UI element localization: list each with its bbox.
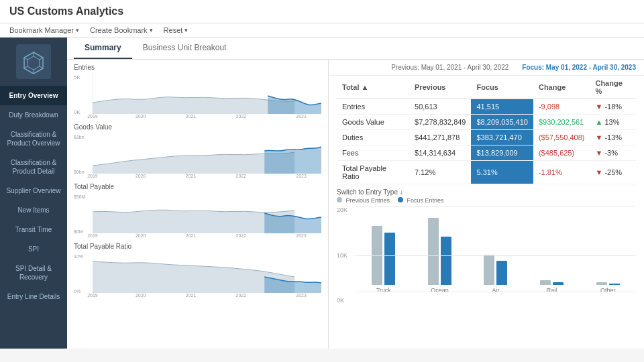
change-pct-value: ▲ 13% [590, 115, 636, 130]
arrow-up-icon: ▲ [595, 118, 602, 126]
arrow-down-icon: ▼ [595, 133, 602, 141]
bar-ocean-prev [428, 218, 439, 285]
create-bookmark-button[interactable]: Create Bookmark ▾ [90, 26, 153, 34]
bar-chart-section: Switch to Entry Type ↓ Previous Entries … [329, 184, 644, 349]
change-value: -1.81% [533, 161, 590, 184]
total-payable-chart-section: Total Payable $50M $0M 2019 2020 2021 [74, 183, 321, 237]
change-value: ($485,625) [533, 145, 590, 161]
metric-label: Fees [337, 145, 409, 161]
table-row: Entries 50,613 41,515 -9,098 ▼ -18% [337, 99, 636, 115]
chevron-down-icon: ▾ [76, 27, 79, 34]
sidebar-item-spi-detail-recovery[interactable]: SPI Detail & Recovery [0, 259, 67, 287]
svg-text:2022: 2022 [236, 293, 247, 297]
svg-text:2019: 2019 [87, 293, 98, 297]
legend-dot-focus [398, 197, 403, 202]
arrow-down-icon: ▼ [595, 168, 602, 176]
table-row: Duties $441,271,878 $383,721,470 ($57,55… [337, 130, 636, 145]
previous-value: $441,271,878 [409, 130, 471, 145]
svg-text:2023: 2023 [296, 233, 307, 237]
main-layout: Entry Overview Duty Breakdown Classifica… [0, 38, 644, 349]
content-area: Summary Business Unit Breakout Entries 5… [67, 38, 644, 349]
metric-label: Total Payable Ratio [337, 161, 409, 184]
sidebar-item-classification-product-overview[interactable]: Classification & Product Overview [0, 125, 67, 153]
col-header-focus: Focus [471, 76, 533, 99]
bar-chart-legend: Previous Entries Focus Entries [337, 197, 636, 204]
bar-ocean-focus [441, 237, 451, 285]
bar-chart-title: Switch to Entry Type ↓ [337, 188, 636, 196]
change-value: -9,098 [533, 99, 590, 115]
col-header-total: Total ▲ [337, 76, 409, 99]
svg-text:10%: 10% [74, 254, 83, 259]
legend-focus: Focus Entries [398, 197, 444, 204]
reset-button[interactable]: Reset ▾ [164, 26, 189, 34]
previous-date-range: Previous: May 01, 2021 - April 30, 2022 [391, 64, 508, 71]
svg-text:2021: 2021 [186, 233, 197, 237]
col-header-change-pct: Change % [590, 76, 636, 99]
previous-value: $14,314,634 [409, 145, 471, 161]
bar-rail-focus [553, 282, 564, 285]
sidebar-item-spi[interactable]: SPI [0, 239, 67, 259]
svg-text:2023: 2023 [296, 174, 307, 178]
tab-business-unit-breakout[interactable]: Business Unit Breakout [132, 38, 237, 59]
grid-line-bottom [356, 292, 636, 292]
bar-label-air: Air [492, 287, 499, 294]
bar-other-focus [609, 284, 620, 285]
bar-group-ocean: Ocean [412, 211, 468, 294]
sidebar-item-new-items[interactable]: New Items [0, 200, 67, 220]
bar-truck-focus [384, 233, 395, 285]
total-payable-ratio-chart-title: Total Payable Ratio [74, 243, 321, 250]
grid-line-top [356, 206, 636, 207]
col-header-previous: Previous [409, 76, 471, 99]
legend-previous: Previous Entries [337, 197, 390, 204]
bar-air-prev [484, 255, 494, 285]
goods-value-chart-section: Goods Value $1bn $0bn 2019 2020 2021 [74, 123, 321, 178]
summary-table-wrap: Total ▲ Previous Focus Change Change % E… [329, 76, 644, 184]
svg-text:2022: 2022 [236, 174, 247, 178]
svg-text:2021: 2021 [186, 293, 197, 297]
focus-value: 41,515 [471, 99, 533, 115]
total-payable-ratio-chart-area: 10% 0% 2019 2020 2021 2022 2023 [74, 251, 321, 297]
entries-chart-section: Entries 5K 0K 2019 [74, 64, 321, 118]
tabs-row: Summary Business Unit Breakout [67, 38, 644, 60]
svg-text:2020: 2020 [136, 174, 146, 178]
toolbar: Bookmark Manager ▾ Create Bookmark ▾ Res… [0, 23, 644, 38]
svg-text:2022: 2022 [236, 233, 247, 237]
tab-summary[interactable]: Summary [74, 38, 132, 59]
sidebar-item-transit-time[interactable]: Transit Time [0, 220, 67, 239]
total-payable-chart-area: $50M $0M 2019 2020 2021 2022 2023 [74, 192, 321, 237]
change-pct-value: ▼ -3% [590, 145, 636, 161]
top-bar: US Customs Analytics [0, 0, 644, 23]
total-payable-chart-title: Total Payable [74, 183, 321, 190]
focus-value: $13,829,009 [471, 145, 533, 161]
table-row: Total Payable Ratio 7.12% 5.31% -1.81% ▼… [337, 161, 636, 184]
sidebar-item-classification-product-detail[interactable]: Classification & Product Detail [0, 153, 67, 181]
previous-value: $7,278,832,849 [409, 115, 471, 130]
focus-value: $8,209,035,410 [471, 115, 533, 130]
bookmark-manager-button[interactable]: Bookmark Manager ▾ [9, 26, 79, 34]
sidebar: Entry Overview Duty Breakdown Classifica… [0, 38, 67, 349]
bar-group-rail: Rail [524, 211, 580, 294]
sidebar-item-entry-overview[interactable]: Entry Overview [0, 86, 67, 105]
entries-chart-title: Entries [74, 64, 321, 71]
y-axis-labels: 20K 10K 0K [337, 206, 347, 304]
sidebar-item-supplier-overview[interactable]: Supplier Overview [0, 181, 67, 200]
change-pct-value: ▼ -13% [590, 130, 636, 145]
svg-text:$1bn: $1bn [74, 135, 85, 139]
split-view: Entries 5K 0K 2019 [67, 60, 644, 349]
svg-text:2020: 2020 [136, 293, 146, 297]
svg-text:2023: 2023 [296, 293, 307, 297]
svg-text:2019: 2019 [87, 114, 98, 118]
svg-text:$0M: $0M [74, 229, 83, 234]
change-value: $930,202,561 [533, 115, 590, 130]
bar-rail-prev [540, 280, 551, 285]
charts-panel: Entries 5K 0K 2019 [67, 60, 329, 349]
y-label-10k: 10K [337, 252, 347, 259]
total-payable-ratio-chart-section: Total Payable Ratio 10% 0% 2019 2020 202… [74, 243, 321, 297]
entries-chart-area: 5K 0K 2019 2020 2021 2022 [74, 72, 321, 118]
previous-value: 7.12% [409, 161, 471, 184]
change-pct-value: ▼ -18% [590, 99, 636, 115]
sidebar-item-entry-line-details[interactable]: Entry Line Details [0, 287, 67, 306]
chevron-down-icon: ▾ [184, 27, 188, 34]
sidebar-item-duty-breakdown[interactable]: Duty Breakdown [0, 105, 67, 125]
bar-group-air: Air [468, 211, 524, 294]
